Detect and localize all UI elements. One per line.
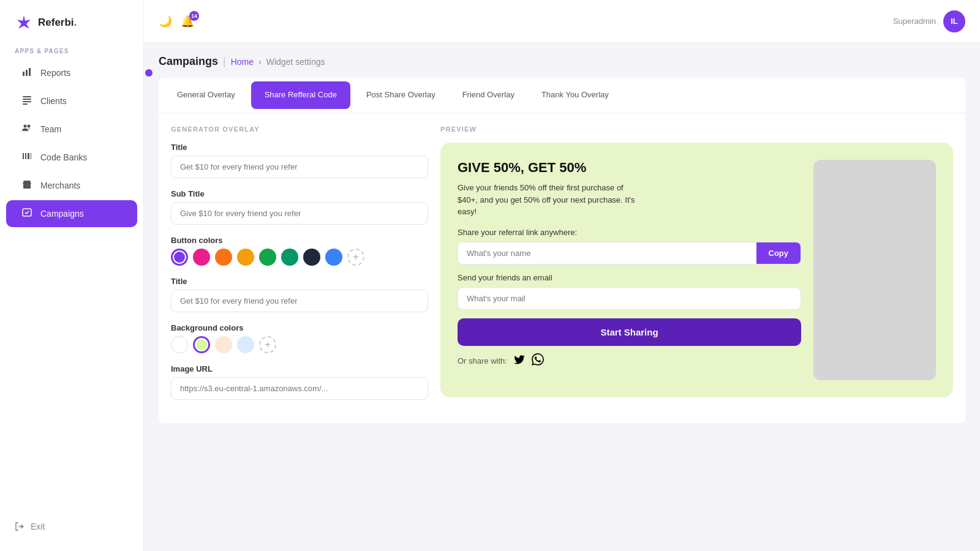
preview-panel: PREVIEW GIVE 50%, GET 50% Give your frie… xyxy=(440,126,953,411)
generator-overlay-panel: GENERATOR OVERLAY Title Sub Title Button… xyxy=(171,126,428,411)
preview-card: GIVE 50%, GET 50% Give your friends 50% … xyxy=(440,143,953,397)
color-swatch-dark[interactable] xyxy=(303,249,320,266)
or-share-text: Or share with: xyxy=(458,356,507,365)
svg-rect-5 xyxy=(23,101,31,102)
breadcrumb-home[interactable]: Home xyxy=(231,57,254,67)
add-color-button[interactable]: + xyxy=(347,249,364,266)
sidebar-nav: Reports Clients Team Code Banks Merch xyxy=(0,58,143,228)
preview-description: Give your friends 50% off their first pu… xyxy=(458,182,641,218)
header-right: Superadmin IL xyxy=(893,10,965,32)
subtitle-form-group: Sub Title xyxy=(171,189,428,225)
logo-text: Referbi. xyxy=(38,17,77,29)
twitter-icon[interactable] xyxy=(513,353,526,369)
clients-icon xyxy=(21,95,33,107)
title2-label: Title xyxy=(171,277,428,286)
exit-button[interactable]: Exit xyxy=(15,517,129,536)
avatar[interactable]: IL xyxy=(943,10,965,32)
tab-share-referral-code[interactable]: Share Refferal Code xyxy=(251,81,350,109)
button-colors-group: Button colors + xyxy=(171,236,428,266)
bg-colors-group: Background colors + xyxy=(171,323,428,353)
exit-icon xyxy=(15,522,24,531)
team-icon xyxy=(21,123,33,135)
bg-colors-label: Background colors xyxy=(171,323,428,332)
sidebar-item-team[interactable]: Team xyxy=(6,116,137,143)
merchants-icon xyxy=(21,179,33,192)
sidebar-item-clients[interactable]: Clients xyxy=(6,88,137,114)
color-swatch-purple[interactable] xyxy=(171,249,188,266)
svg-rect-4 xyxy=(23,99,31,100)
title-label: Title xyxy=(171,143,428,152)
email-input[interactable] xyxy=(458,287,801,310)
svg-rect-9 xyxy=(23,153,24,159)
campaigns-icon xyxy=(21,208,33,220)
svg-rect-6 xyxy=(23,103,28,105)
send-email-label: Send your friends an email xyxy=(458,273,801,282)
sidebar-footer: Exit xyxy=(0,507,143,551)
copy-button[interactable]: Copy xyxy=(756,242,801,264)
image-url-form-group: Image URL xyxy=(171,364,428,400)
add-bg-color-button[interactable]: + xyxy=(259,336,276,353)
color-swatch-green[interactable] xyxy=(259,249,276,266)
svg-rect-0 xyxy=(23,72,24,76)
bg-color-white[interactable] xyxy=(171,336,188,353)
color-swatch-teal[interactable] xyxy=(281,249,298,266)
reports-icon xyxy=(21,67,33,79)
two-col-layout: GENERATOR OVERLAY Title Sub Title Button… xyxy=(159,113,965,423)
svg-rect-12 xyxy=(31,153,31,159)
preview-image-placeholder xyxy=(813,160,936,380)
subtitle-input[interactable] xyxy=(171,202,428,225)
svg-rect-2 xyxy=(29,68,31,76)
svg-rect-1 xyxy=(26,70,28,76)
bg-color-peach[interactable] xyxy=(215,336,232,353)
header-left: 🌙 🔔 14 xyxy=(159,15,194,28)
campaigns-label: Campaigns xyxy=(40,209,84,219)
tab-thank-you-overlay[interactable]: Thank You Overlay xyxy=(528,81,622,109)
notification-bell[interactable]: 🔔 14 xyxy=(181,15,194,28)
bg-color-lightblue[interactable] xyxy=(237,336,254,353)
or-share-row: Or share with: xyxy=(458,353,801,369)
tab-post-share-overlay[interactable]: Post Share Overlay xyxy=(353,81,449,109)
button-color-swatches: + xyxy=(171,249,428,266)
sidebar: Referbi. APPS & PAGES Reports Clients Te… xyxy=(0,0,144,551)
svg-rect-10 xyxy=(25,153,26,159)
breadcrumb: Campaings | Home › Widget settings xyxy=(159,55,965,68)
sidebar-item-merchants[interactable]: Merchants xyxy=(6,172,137,199)
sidebar-item-code-banks[interactable]: Code Banks xyxy=(6,144,137,171)
merchants-label: Merchants xyxy=(40,181,80,190)
image-url-input[interactable] xyxy=(171,377,428,400)
referral-input-row: Copy xyxy=(458,242,801,264)
svg-rect-11 xyxy=(28,153,29,159)
svg-point-8 xyxy=(28,125,31,128)
tab-friend-overlay[interactable]: Friend Overlay xyxy=(449,81,528,109)
title2-input[interactable] xyxy=(171,290,428,312)
breadcrumb-sep: › xyxy=(258,57,262,67)
sidebar-item-reports[interactable]: Reports xyxy=(6,59,137,86)
tabs-bar: General Overlay Share Refferal Code Post… xyxy=(159,78,965,113)
notification-badge: 14 xyxy=(189,11,199,21)
header: 🌙 🔔 14 Superadmin IL xyxy=(144,0,980,43)
start-sharing-button[interactable]: Start Sharing xyxy=(458,318,801,346)
main-content: 🌙 🔔 14 Superadmin IL Campaings | Home › … xyxy=(144,0,980,551)
title-form-group: Title xyxy=(171,143,428,178)
name-input[interactable] xyxy=(458,242,756,264)
logo-icon xyxy=(15,13,33,32)
image-url-label: Image URL xyxy=(171,364,428,373)
button-colors-label: Button colors xyxy=(171,236,428,245)
preview-title: GIVE 50%, GET 50% xyxy=(458,160,801,176)
svg-rect-14 xyxy=(26,185,28,189)
title2-form-group: Title xyxy=(171,277,428,312)
moon-icon[interactable]: 🌙 xyxy=(159,15,172,28)
svg-rect-3 xyxy=(23,96,31,97)
title-input[interactable] xyxy=(171,156,428,178)
whatsapp-icon[interactable] xyxy=(532,353,544,369)
reports-label: Reports xyxy=(40,68,70,78)
breadcrumb-section: Campaings xyxy=(159,55,218,68)
bg-color-green[interactable] xyxy=(193,336,210,353)
color-swatch-amber[interactable] xyxy=(237,249,254,266)
color-swatch-pink[interactable] xyxy=(193,249,210,266)
color-swatch-orange[interactable] xyxy=(215,249,232,266)
bg-color-swatches: + xyxy=(171,336,428,353)
color-swatch-blue[interactable] xyxy=(325,249,342,266)
tab-general-overlay[interactable]: General Overlay xyxy=(164,81,249,109)
sidebar-item-campaigns[interactable]: Campaigns xyxy=(6,200,137,227)
